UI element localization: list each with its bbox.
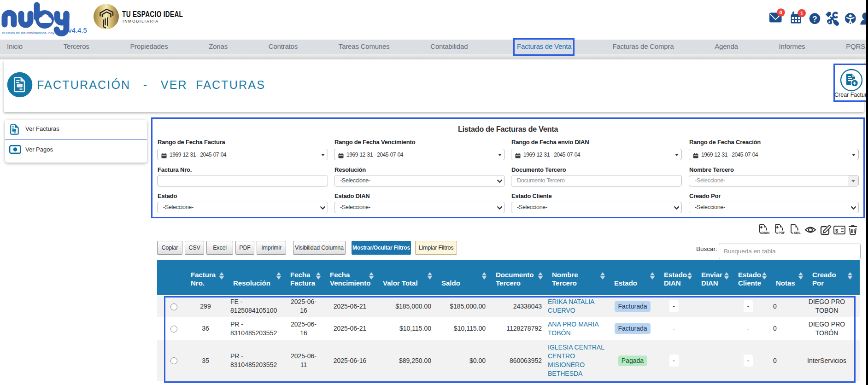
svg-text:?: ? xyxy=(812,15,817,23)
svg-text:XML: XML xyxy=(794,231,801,235)
svg-text:$: $ xyxy=(835,228,838,233)
svg-text:0: 0 xyxy=(780,10,782,15)
svg-text:el futuro de las inmobiliarias: el futuro de las inmobiliarias, hoy. xyxy=(2,31,55,35)
svg-text:PDF: PDF xyxy=(779,231,786,235)
svg-text:1: 1 xyxy=(800,11,803,16)
svg-text:DIAN: DIAN xyxy=(762,231,769,235)
